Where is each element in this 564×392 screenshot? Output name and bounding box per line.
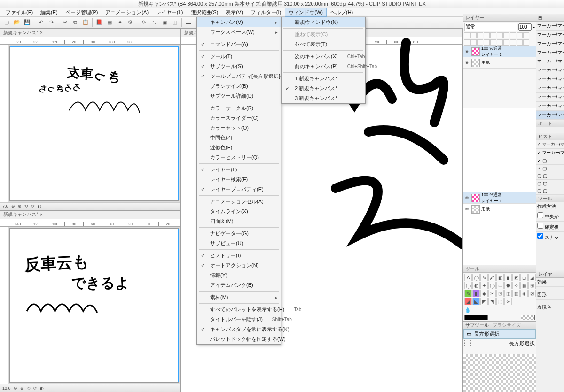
menu-item[interactable]: コマンドバー(A) bbox=[197, 39, 281, 49]
menu-item[interactable]: 1 新規キャンバス* bbox=[282, 74, 365, 84]
tool-eraser[interactable]: ◧ bbox=[496, 274, 504, 281]
menu-item[interactable]: サブビュー(U) bbox=[197, 238, 281, 248]
menu-item[interactable]: レイヤープロパティ(E) bbox=[197, 184, 281, 194]
zoom-out-icon[interactable]: ⊖ bbox=[11, 204, 15, 208]
menu-item[interactable]: オートアクション(N) bbox=[197, 261, 281, 270]
layer-row[interactable]: 👁用紙 bbox=[463, 204, 536, 215]
tool-text[interactable]: A bbox=[464, 274, 472, 281]
save-icon[interactable]: 💾 bbox=[23, 18, 32, 27]
tool-gradient[interactable]: ◩ bbox=[512, 274, 520, 281]
gear-icon[interactable]: ⚙ bbox=[125, 18, 135, 27]
redo-icon[interactable]: ↷ bbox=[47, 18, 56, 27]
menu-item[interactable]: 前のキャンバス(P)Ctrl+Shift+Tab bbox=[282, 61, 365, 71]
checkbox[interactable] bbox=[537, 233, 543, 239]
blend-mode[interactable]: 通常 bbox=[464, 23, 517, 31]
menu-edit[interactable]: 編集(E) bbox=[37, 8, 62, 17]
cut-icon[interactable]: ✂ bbox=[60, 18, 70, 27]
menu-item[interactable]: 新規ウィンドウ(N) bbox=[282, 17, 365, 27]
close-icon[interactable]: × bbox=[40, 212, 43, 217]
menu-item[interactable]: すべてのパレットを表示する(H)Tab bbox=[197, 305, 281, 315]
menu-item[interactable]: タイトルバーを隠す(J)Shift+Tab bbox=[197, 315, 281, 324]
tool-ruler[interactable]: ◢ bbox=[528, 274, 536, 281]
menu-layer[interactable]: レイヤー(L) bbox=[152, 8, 187, 17]
menu-item[interactable]: 近似色(F) bbox=[197, 143, 281, 153]
flip-h-icon[interactable]: ⇋ bbox=[149, 18, 159, 27]
menu-animation[interactable]: アニメーション(A) bbox=[102, 8, 152, 17]
menu-item[interactable]: レイヤー(L) bbox=[197, 165, 281, 175]
list-item[interactable]: マーカー/マー bbox=[536, 93, 564, 102]
layer-row[interactable]: 👁 100 %通常レイヤー 1 bbox=[463, 192, 536, 204]
menu-item[interactable]: サブツール(S) bbox=[197, 61, 281, 71]
book-icon[interactable]: 📕 bbox=[94, 18, 104, 27]
menu-item[interactable]: ヒストリー(I) bbox=[197, 251, 281, 261]
canvas-area[interactable]: きっ車友 ろろきっち bbox=[10, 46, 179, 200]
zoom-in-icon[interactable]: ⊕ bbox=[18, 204, 22, 208]
menu-item[interactable]: キャンバス(V) bbox=[197, 17, 281, 27]
visibility-icon[interactable]: 👁 bbox=[463, 49, 470, 54]
open-icon[interactable]: 📂 bbox=[12, 18, 22, 27]
menu-item[interactable]: 中間色(Z) bbox=[197, 133, 281, 143]
menu-select[interactable]: 選択範囲(S) bbox=[187, 8, 222, 17]
menu-item[interactable]: 並べて表示(T) bbox=[282, 39, 365, 49]
canvas-tab[interactable]: 新規キャンバス* bbox=[3, 211, 38, 218]
menu-view[interactable]: 表示(V) bbox=[222, 8, 247, 17]
new-icon[interactable]: ▢ bbox=[2, 18, 11, 27]
menu-window[interactable]: ウィンドウ(W) bbox=[285, 8, 327, 17]
menu-item[interactable]: ワークスペース(W) bbox=[197, 27, 281, 37]
ruler-icon[interactable]: ✦ bbox=[115, 18, 125, 27]
dropper-icon[interactable]: 💧 bbox=[464, 307, 471, 313]
layer-row[interactable]: 👁 100 %通常レイヤー 1 bbox=[463, 46, 536, 57]
menu-page[interactable]: ページ管理(P) bbox=[62, 8, 102, 17]
menu-item[interactable]: サブツール詳細(D) bbox=[197, 91, 281, 101]
list-item[interactable]: マーカー/マー bbox=[536, 66, 564, 75]
copy-icon[interactable]: ⧉ bbox=[70, 18, 80, 27]
menu-item[interactable]: 素材(M) bbox=[197, 292, 281, 302]
menu-item[interactable]: キャンバスタブを常に表示する(K) bbox=[197, 324, 281, 334]
background-color[interactable] bbox=[521, 315, 535, 320]
close-icon[interactable]: × bbox=[40, 30, 43, 35]
tool-fill[interactable]: ▮ bbox=[504, 274, 512, 281]
tool-pen[interactable]: ✎ bbox=[480, 274, 488, 281]
list-item[interactable]: マーカー/マー bbox=[536, 48, 564, 57]
tool-brush[interactable]: 🖌 bbox=[488, 274, 496, 281]
menu-help[interactable]: ヘルプ(H) bbox=[327, 8, 357, 17]
menu-item[interactable]: アイテムバンク(B) bbox=[197, 280, 281, 290]
menu-item[interactable]: 3 新規キャンバス* bbox=[282, 93, 365, 103]
menu-item[interactable]: カラーサークル(R) bbox=[197, 103, 281, 113]
menu-item[interactable]: タイムライン(X) bbox=[197, 207, 281, 216]
canvas-area[interactable]: 反車云も できるよ bbox=[10, 229, 179, 383]
menu-item[interactable]: カラーセット(O) bbox=[197, 123, 281, 133]
undo-icon[interactable]: ↶ bbox=[36, 18, 46, 27]
menu-filter[interactable]: フィルター(I) bbox=[247, 8, 285, 17]
menu-item[interactable]: ナビゲーター(G) bbox=[197, 229, 281, 238]
menu-file[interactable]: ファイル(F) bbox=[2, 8, 37, 17]
menu-item[interactable]: レイヤー検索(F) bbox=[197, 175, 281, 184]
list-item[interactable]: マーカー/マー bbox=[536, 22, 564, 31]
menu-item[interactable]: アニメーションセル(A) bbox=[197, 197, 281, 207]
layer-row[interactable]: 👁 用紙 bbox=[463, 57, 536, 69]
menu-item[interactable]: ツールプロパティ[長方形選択](P) bbox=[197, 71, 281, 81]
paste-icon[interactable]: 📋 bbox=[81, 18, 90, 27]
select-all-icon[interactable]: ▣ bbox=[160, 18, 169, 27]
list-item[interactable]: マーカー/マー bbox=[536, 111, 564, 120]
page-icon[interactable]: ▤ bbox=[105, 18, 114, 27]
menu-item[interactable]: ブラシサイズ(B) bbox=[197, 81, 281, 91]
list-item[interactable]: マーカー/マー bbox=[536, 102, 564, 111]
menu-item[interactable]: カラーヒストリー(Q) bbox=[197, 153, 281, 162]
opacity-input[interactable] bbox=[518, 23, 532, 31]
menu-item[interactable]: 次のキャンバス(X)Ctrl+Tab bbox=[282, 52, 365, 61]
tool-lasso[interactable]: ◯ bbox=[472, 274, 480, 281]
menu-item[interactable]: 2 新規キャンバス* bbox=[282, 84, 365, 93]
foreground-color[interactable] bbox=[464, 315, 488, 320]
list-item[interactable]: マーカー/マー bbox=[536, 31, 564, 39]
menu-item[interactable]: 四面図(M) bbox=[197, 216, 281, 226]
fill-icon[interactable]: ▬ bbox=[184, 18, 193, 27]
menu-item[interactable]: ツール(T) bbox=[197, 52, 281, 61]
rotate-icon[interactable]: ⟳ bbox=[139, 18, 149, 27]
subtool-selected[interactable]: ▭ 長方形選択 bbox=[463, 329, 536, 339]
checkbox[interactable] bbox=[537, 212, 543, 218]
list-item[interactable]: マーカー/マー bbox=[536, 39, 564, 48]
visibility-icon[interactable]: 👁 bbox=[463, 61, 470, 65]
menu-item[interactable]: パレットドック幅を固定する(W) bbox=[197, 334, 281, 344]
list-item[interactable]: マーカー/マー bbox=[536, 75, 564, 84]
